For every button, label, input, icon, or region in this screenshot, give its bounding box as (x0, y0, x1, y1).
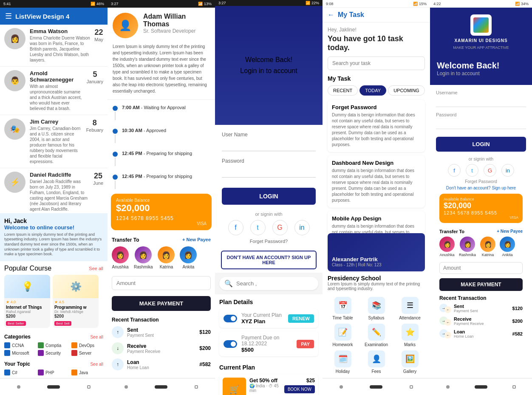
panel4-nav-menu[interactable] (340, 385, 343, 389)
plan-toggle-xyz[interactable] (224, 315, 237, 322)
p5-login-button[interactable]: LOGIN (436, 137, 526, 152)
p5-google-icon[interactable]: G (484, 164, 496, 177)
username-input[interactable] (222, 139, 316, 151)
topic-php[interactable]: PHP (38, 370, 70, 375)
p5-trans-left-receive: → ← Receive Payment Receive (439, 316, 484, 326)
offer-50off: 🛒 Get 50% off 🌍 India · ⏱ 45 min $25 BOO… (219, 374, 318, 395)
make-payment-button[interactable]: MAKE PAYMENT (112, 296, 211, 311)
cat-icon-comptia (38, 342, 44, 348)
payee-anushka[interactable]: 👩 Anushka (112, 246, 129, 269)
p5-new-payee-btn[interactable]: + New Payee (497, 229, 523, 234)
school-icon-grid: 📅 Time Table 📚 Syllabus ☰ Attendance 📝 H… (323, 293, 430, 378)
topic-java[interactable]: Java (71, 370, 103, 375)
panel4-nav-back[interactable] (410, 385, 413, 389)
p5-amount-input[interactable] (439, 262, 523, 274)
cat-comptia[interactable]: Comptia (38, 342, 70, 348)
google-icon[interactable]: G (272, 220, 288, 235)
twitter-icon[interactable]: t (250, 220, 266, 235)
p5-payee-katrina[interactable]: 👩 Katrina (480, 237, 495, 257)
p5-facebook-icon[interactable]: f (448, 164, 461, 177)
payee-katrina[interactable]: 👩 Katrina (158, 246, 175, 269)
list-item-0[interactable]: 👩 Emma Watson Emma Charlotte Duerre Wats… (0, 25, 108, 67)
icon-holiday[interactable]: 🗓️ Holiday (328, 350, 358, 374)
list-month-1: January (87, 79, 103, 84)
plan-renew-btn[interactable]: RENEW (288, 314, 314, 323)
linkedin-icon[interactable]: in (294, 220, 310, 235)
nav-dot-1[interactable] (17, 385, 20, 389)
password-input[interactable] (222, 166, 316, 178)
popular-see-all[interactable]: See all (89, 266, 103, 271)
p5-payee-anushka[interactable]: 👩 Anushka (439, 237, 455, 257)
cat-server[interactable]: Server (71, 350, 103, 356)
course-card-iot[interactable]: 💡 ★ 4.0 Internet of Things Rahul Agarwal… (4, 275, 50, 328)
login-button[interactable]: LOGIN (222, 188, 316, 205)
cat-microsoft[interactable]: Microsoft (4, 350, 36, 356)
p5-payee-ankita[interactable]: 👩 Ankita (500, 237, 515, 257)
payee-rashmika[interactable]: 👩 Rashmika (134, 246, 153, 269)
list-item-2[interactable]: 🎭 Jim Carrey Jim Carrey, Canadian-born a… (0, 115, 108, 168)
p5-password-input[interactable] (436, 118, 526, 129)
task-card-desc-2: dummy data is benign information that do… (332, 223, 421, 233)
panel5-nav-home[interactable] (475, 385, 487, 389)
hamburger-icon[interactable]: ☰ (5, 11, 12, 21)
panel3-battery: 📶 22% (306, 1, 319, 5)
p5-linkedin-icon[interactable]: in (501, 164, 514, 177)
p5-username-input[interactable] (436, 96, 526, 107)
cat-ccna[interactable]: CCNA (4, 342, 36, 348)
panel2-nav-home[interactable] (155, 385, 167, 389)
back-arrow-icon[interactable]: ← (328, 11, 334, 19)
cat-devops[interactable]: DevOps (71, 342, 103, 348)
course-info-iot: ★ 4.0 Internet of Things Rahul Agarwal $… (4, 298, 50, 328)
p5-trans-amount-sent: $120 (512, 306, 523, 311)
p5-make-payment-button[interactable]: MAKE PAYMENT (439, 278, 523, 291)
icon-examination[interactable]: ✏️ Examination (361, 324, 391, 347)
payee-ankita[interactable]: 👩 Ankita (180, 246, 197, 269)
xamarin-logo-inner (473, 17, 489, 33)
topic-see-all[interactable]: See all (90, 362, 103, 367)
list-item-3[interactable]: ⚡ Daniel Radcliffe Daniel Jacob Radcliff… (0, 168, 108, 213)
xamarin-logo-section: XAMARIN UI DESIGNS MAKE YOUR APP ATTRACT… (430, 8, 532, 56)
panel2-nav-back[interactable] (195, 385, 198, 389)
p5-forget-password[interactable]: Forget Password (436, 179, 526, 184)
plan-pay-btn[interactable]: PAY (297, 340, 314, 348)
panel-login-plan: 3:27 📶 22% Welcome Back! Login in to acc… (215, 0, 323, 395)
search-task-input[interactable] (328, 56, 425, 70)
plan-toggle-payment[interactable] (224, 340, 237, 348)
icon-timetable[interactable]: 📅 Time Table (328, 297, 358, 320)
search-input[interactable] (236, 280, 313, 287)
panel4-header: ← My Task (323, 8, 430, 23)
amount-input[interactable] (112, 276, 211, 290)
panel4-nav-home[interactable] (370, 385, 382, 389)
list-item-1[interactable]: 👨 Arnold Schwarzenegger With an almost u… (0, 67, 108, 115)
p5-payee-rashmika[interactable]: 👩 Rashmika (459, 237, 476, 257)
topic-csharp[interactable]: C# (4, 370, 36, 375)
tab-upcoming[interactable]: UPCOMING (388, 85, 425, 96)
tab-recent[interactable]: RECENT (328, 85, 358, 96)
p5-twitter-icon[interactable]: t (466, 164, 478, 177)
book-now-btn-50off[interactable]: BOOK NOW (284, 385, 315, 393)
icon-fees[interactable]: 👤 Fees (361, 350, 391, 374)
icon-syllabus[interactable]: 📚 Syllabus (361, 297, 391, 320)
cat-security[interactable]: Security (38, 350, 70, 356)
new-payee-btn[interactable]: + New Payee (182, 237, 211, 243)
tab-today[interactable]: TODAY (359, 85, 386, 96)
icon-homework[interactable]: 📝 Homework (328, 324, 358, 347)
panel5-nav-back[interactable] (512, 385, 516, 389)
facebook-icon[interactable]: f (228, 220, 243, 235)
nav-home[interactable] (47, 385, 60, 389)
icon-gallery[interactable]: 🖼️ Gallery (395, 350, 425, 374)
signup-button[interactable]: DON'T HAVE AN ACCOUNT? SIGN UP HERE (221, 251, 317, 269)
categories-see-all[interactable]: See all (90, 335, 103, 339)
nav-back[interactable] (87, 385, 91, 389)
course-card-prog[interactable]: ⚙️ ★ 4.5 Programming w Dr. Mehdi Akhige … (53, 275, 99, 328)
popular-header: Popular Course See all (4, 265, 103, 272)
icon-attendance[interactable]: ☰ Attendance (395, 297, 425, 320)
forget-password-link[interactable]: Forget Password? (222, 239, 316, 244)
icon-marks[interactable]: ⭐ Marks (395, 324, 425, 347)
timeline-item-0: 7:00 AM - Waiting for Approval (113, 105, 210, 120)
p5-recent-title: Recent Transaction (439, 295, 523, 301)
trans-sub-receive: Payment Receive (127, 349, 160, 354)
student-class: Class - 12th | Roll No: 123 (332, 262, 421, 267)
panel2-nav-menu[interactable] (125, 385, 128, 389)
panel5-nav-menu[interactable] (446, 385, 450, 389)
